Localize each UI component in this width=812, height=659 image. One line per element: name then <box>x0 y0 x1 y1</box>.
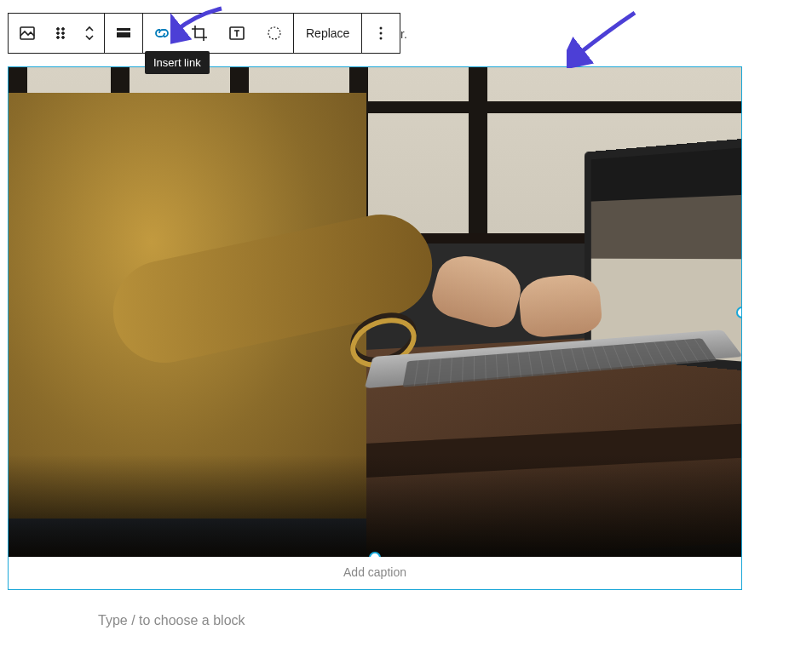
image-block[interactable]: Add caption <box>8 66 742 590</box>
svg-point-6 <box>62 37 65 39</box>
svg-point-13 <box>380 37 383 40</box>
duotone-icon <box>264 23 285 43</box>
image-icon <box>17 23 37 43</box>
drag-handle-button[interactable] <box>46 14 75 53</box>
svg-rect-8 <box>117 32 130 37</box>
move-up-down-button[interactable] <box>75 14 104 53</box>
insert-link-button[interactable] <box>143 14 181 53</box>
svg-point-4 <box>62 32 65 35</box>
image-content[interactable] <box>9 67 741 557</box>
image-placeholder-scene <box>9 67 741 557</box>
more-options-icon <box>371 23 391 43</box>
text-overlay-button[interactable] <box>218 14 256 53</box>
block-appender-prompt[interactable]: Type / to choose a block <box>98 613 245 628</box>
svg-point-5 <box>57 37 60 39</box>
text-overlay-icon <box>227 23 247 43</box>
svg-point-11 <box>380 27 383 30</box>
duotone-button[interactable] <box>256 14 293 53</box>
block-type-image-button[interactable] <box>9 14 46 53</box>
drag-handle-icon <box>50 23 71 43</box>
replace-button[interactable]: Replace <box>294 14 361 53</box>
move-up-down-icon <box>79 23 100 43</box>
annotation-arrow-2 <box>567 9 643 68</box>
image-caption-input[interactable]: Add caption <box>9 557 741 589</box>
svg-point-12 <box>380 32 383 35</box>
more-options-button[interactable] <box>362 14 400 53</box>
svg-point-1 <box>57 28 60 31</box>
svg-point-2 <box>62 28 65 31</box>
link-icon <box>152 23 172 43</box>
svg-point-10 <box>268 27 280 39</box>
align-icon <box>113 23 134 43</box>
background-text-fragment: r. <box>400 27 407 41</box>
svg-rect-7 <box>117 28 130 31</box>
block-toolbar: Replace <box>8 13 400 54</box>
align-button[interactable] <box>105 14 142 53</box>
svg-point-3 <box>57 32 60 35</box>
crop-icon <box>189 23 210 43</box>
tooltip-insert-link: Insert link <box>145 51 210 74</box>
crop-button[interactable] <box>181 14 218 53</box>
